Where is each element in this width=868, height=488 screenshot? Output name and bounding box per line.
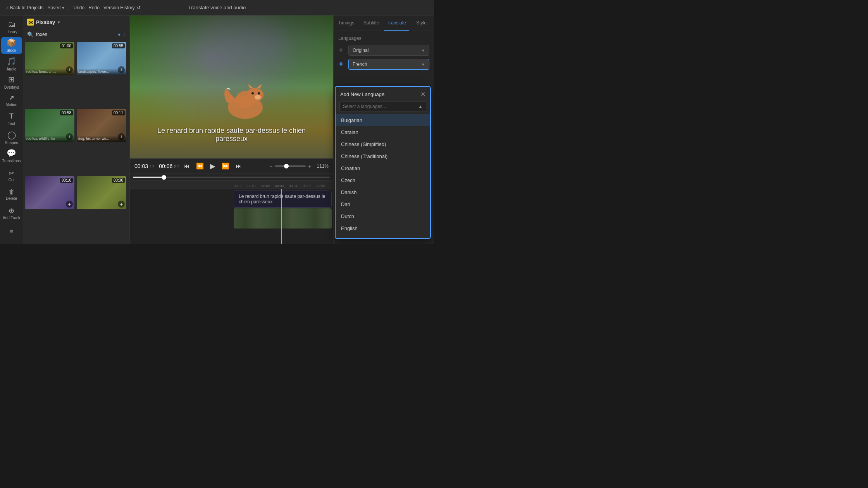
zoom-in-icon[interactable]: + xyxy=(308,163,311,169)
sidebar-item-label: Transitions xyxy=(2,159,21,163)
ruler-mark-2: 00:02 xyxy=(261,184,275,189)
ruler-mark-5: 00:05 xyxy=(303,184,317,189)
ruler-mark-0: 00:00 xyxy=(234,184,248,189)
add-media-5[interactable]: + xyxy=(66,201,73,208)
active-visibility-icon[interactable]: 👁 xyxy=(338,61,345,67)
pixabay-label: Pixabay xyxy=(36,19,55,25)
sidebar-item-overlays[interactable]: ⊞ Overlays xyxy=(1,74,22,91)
lang-option-label: English xyxy=(341,225,358,231)
main-layout: 🗂 Library 📦 Stock 🎵 Audio ⊞ Overlays ↗ M… xyxy=(0,15,434,244)
ruler-mark-4: 00:04 xyxy=(289,184,303,189)
language-search-input[interactable] xyxy=(343,104,416,109)
lang-option-croatian[interactable]: Croatian xyxy=(336,162,430,174)
active-lang-select[interactable]: French ▼ xyxy=(348,59,429,70)
languages-label: Languages xyxy=(338,36,429,41)
ruler-mark-6: 00:06 xyxy=(316,184,330,189)
media-thumb-3[interactable]: 00:58 + red fox, wildlife, fur xyxy=(25,109,74,142)
tab-translate[interactable]: Translate xyxy=(384,15,409,31)
sidebar-item-shapes[interactable]: ◯ Shapes xyxy=(1,129,22,146)
rewind-button[interactable]: ⏪ xyxy=(195,161,205,171)
media-thumb-6[interactable]: 00:30 + xyxy=(77,176,126,209)
redo-label: Redo xyxy=(88,5,100,10)
subtitle-track-text: Le renard brun rapide saute par-dessus l… xyxy=(239,194,327,204)
sidebar-item-text[interactable]: T Text xyxy=(1,111,22,128)
source-dropdown-arrow: ▾ xyxy=(58,20,60,24)
timeline-playhead[interactable] xyxy=(281,189,282,244)
add-track-label: Add Track xyxy=(3,216,20,220)
fast-forward-button[interactable]: ⏩ xyxy=(220,161,231,171)
sidebar-item-label: Overlays xyxy=(4,85,19,89)
lang-option-label: Bulgarian xyxy=(341,117,362,123)
lang-option-bulgarian[interactable]: Bulgarian xyxy=(336,114,430,126)
thumb-label-1: red fox, forest ani... xyxy=(25,69,74,75)
languages-section: Languages 👁 Original ▼ 👁 xyxy=(334,31,434,77)
scrubber-track[interactable] xyxy=(133,175,330,180)
pixabay-logo[interactable]: px Pixabay ▾ xyxy=(27,19,60,26)
lang-option-danish[interactable]: Danish xyxy=(336,186,430,198)
duration-4: 00:11 xyxy=(112,110,125,115)
lang-option-chinese-traditional[interactable]: Chinese (Traditional) xyxy=(336,150,430,162)
add-track-icon: ⊕ xyxy=(9,206,14,215)
subtitle-track[interactable]: Le renard brun rapide saute par-dessus l… xyxy=(234,191,332,208)
lang-option-dutch[interactable]: Dutch xyxy=(336,210,430,222)
timeline-area: 00:00 00:01 00:02 00:03 00:04 00:05 00:0… xyxy=(130,180,333,244)
skip-to-end-button[interactable]: ⏭ xyxy=(234,162,243,171)
tab-subtitle[interactable]: Subtitle xyxy=(359,15,384,31)
tab-style[interactable]: Style xyxy=(409,15,434,31)
dropdown-header: Add New Language ✕ xyxy=(336,87,430,101)
lang-option-label: Dari xyxy=(341,201,350,207)
redo-button[interactable]: Redo xyxy=(88,5,100,10)
media-header: px Pixabay ▾ xyxy=(23,15,129,29)
scrubber-thumb[interactable] xyxy=(162,175,166,180)
media-thumb-1[interactable]: 01:00 + red fox, forest ani... xyxy=(25,42,74,75)
upper-area: px Pixabay ▾ 🔍 ▾ ↕ 01:00 + red fox, fore xyxy=(23,15,434,244)
lang-option-estonian[interactable]: Estonian xyxy=(336,234,430,238)
sidebar-item-library[interactable]: 🗂 Library xyxy=(1,19,22,36)
layers-button[interactable]: ≡ xyxy=(1,223,22,240)
saved-button[interactable]: Saved ▾ xyxy=(47,5,64,10)
media-thumb-5[interactable]: 00:10 + xyxy=(25,176,74,209)
lang-option-dari[interactable]: Dari xyxy=(336,198,430,210)
audio-icon: 🎵 xyxy=(7,57,16,66)
undo-label: Undo xyxy=(74,5,85,10)
sidebar-item-transitions[interactable]: 💬 Transitions xyxy=(1,148,22,165)
lang-option-catalan[interactable]: Catalan xyxy=(336,126,430,138)
zoom-thumb[interactable] xyxy=(284,164,289,168)
delete-button[interactable]: 🗑 Delete xyxy=(1,186,22,203)
filter-icon[interactable]: ▾ xyxy=(118,31,121,38)
search-input[interactable] xyxy=(36,32,115,37)
version-history-button[interactable]: Version History ↺ xyxy=(103,5,141,10)
lang-option-czech[interactable]: Czech xyxy=(336,174,430,186)
dropdown-close-button[interactable]: ✕ xyxy=(420,91,425,98)
sort-icon[interactable]: ↕ xyxy=(123,31,126,38)
back-to-projects-button[interactable]: ‹ Back to Projects xyxy=(6,5,43,11)
media-thumb-2[interactable]: 00:55 + landscapes, flowe... xyxy=(77,42,126,75)
undo-button[interactable]: Undo xyxy=(74,5,85,10)
media-thumb-4[interactable]: 00:11 + dog, fox terrier wir... xyxy=(77,109,126,142)
play-button[interactable]: ▶ xyxy=(209,161,217,172)
fox-shape xyxy=(218,80,272,123)
sidebar-item-audio[interactable]: 🎵 Audio xyxy=(1,55,22,72)
original-lang-select[interactable]: Original ▼ xyxy=(348,45,429,56)
lang-option-label: Catalan xyxy=(341,129,358,135)
playhead-triangle xyxy=(280,189,284,190)
timeline-scrubber[interactable] xyxy=(130,173,333,180)
content-area: px Pixabay ▾ 🔍 ▾ ↕ 01:00 + red fox, fore xyxy=(23,15,434,244)
skip-to-start-button[interactable]: ⏮ xyxy=(183,162,191,171)
sidebar-item-stock[interactable]: 📦 Stock xyxy=(1,37,22,54)
current-time: 00:03 xyxy=(134,163,148,169)
cut-button[interactable]: ✂ Cut xyxy=(1,167,22,184)
zoom-slider[interactable] xyxy=(275,165,306,167)
lang-option-chinese-simplified[interactable]: Chinese (Simplified) xyxy=(336,138,430,150)
timeline-tracks: Le renard brun rapide saute par-dessus l… xyxy=(130,189,333,244)
lang-option-english[interactable]: English xyxy=(336,222,430,234)
thumb-label-4: dog, fox terrier wir... xyxy=(77,136,126,142)
add-media-6[interactable]: + xyxy=(118,201,125,208)
tab-timings[interactable]: Timings xyxy=(334,15,359,31)
sidebar-item-label: Motion xyxy=(5,103,17,107)
zoom-out-icon[interactable]: − xyxy=(269,163,272,169)
sidebar-item-motion[interactable]: ↗ Motion xyxy=(1,92,22,109)
video-track[interactable] xyxy=(234,208,332,229)
original-visibility-icon[interactable]: 👁 xyxy=(338,47,345,53)
add-track-button[interactable]: ⊕ Add Track xyxy=(1,204,22,222)
